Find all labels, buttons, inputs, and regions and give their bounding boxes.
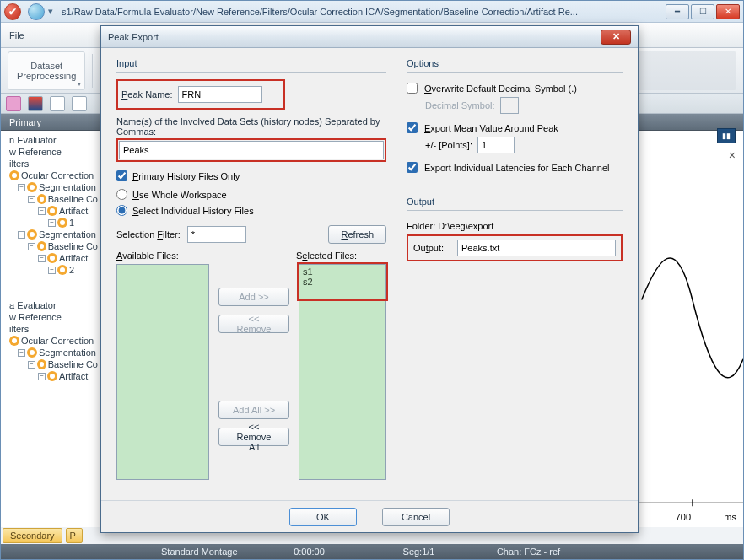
tool-icon-2[interactable] bbox=[28, 96, 43, 111]
gear-icon bbox=[47, 371, 57, 381]
datasets-input[interactable] bbox=[119, 141, 384, 159]
dialog-title: Peak Export bbox=[108, 32, 159, 42]
tree-item: n Evaluator bbox=[3, 134, 98, 146]
close-window-button[interactable]: ✕ bbox=[716, 4, 740, 19]
gear-icon bbox=[47, 206, 57, 216]
collapse-icon[interactable]: − bbox=[18, 184, 25, 191]
available-files-label: Available Files: bbox=[116, 250, 207, 261]
selection-filter-label: Selection Filter: bbox=[116, 229, 181, 240]
collapse-icon[interactable]: − bbox=[48, 219, 56, 227]
export-latencies-label: Export Individual Latencies for Each Cha… bbox=[424, 163, 610, 173]
collapse-icon[interactable]: − bbox=[38, 207, 46, 215]
add-button[interactable]: Add >> bbox=[218, 288, 289, 306]
breadcrumb-path: s1/Raw Data/Formula Evaluator/New Refere… bbox=[62, 7, 666, 17]
tree-item: −Segmentation bbox=[3, 229, 98, 240]
globe-icon[interactable] bbox=[28, 3, 45, 20]
remove-all-button[interactable]: << Remove All bbox=[218, 428, 289, 446]
options-group-label: Options bbox=[407, 58, 623, 68]
ribbon-separator bbox=[92, 54, 93, 88]
export-mean-checkbox[interactable] bbox=[407, 122, 418, 133]
back-nav-icon[interactable]: ✔ bbox=[4, 3, 21, 20]
tree-item: Ocular Correction bbox=[3, 170, 98, 181]
pause-icon[interactable]: ▮▮ bbox=[717, 128, 736, 143]
refresh-button[interactable]: Refresh bbox=[328, 225, 386, 244]
gear-icon bbox=[37, 194, 46, 204]
dialog-titlebar: Peak Export ✕ bbox=[101, 26, 638, 48]
gear-icon bbox=[27, 229, 37, 240]
ribbon-dataset-preprocessing[interactable]: Dataset Preprocessing ▾ bbox=[8, 51, 85, 90]
tree-item: −2 bbox=[3, 264, 98, 276]
history-tree[interactable]: n Evaluator w Reference ilters Ocular Co… bbox=[1, 131, 100, 527]
tree-item: −Baseline Co bbox=[3, 193, 98, 205]
dialog-footer: OK Cancel bbox=[101, 500, 638, 532]
panel-close-icon[interactable]: × bbox=[729, 148, 736, 162]
collapse-icon[interactable]: − bbox=[18, 349, 25, 357]
gear-icon bbox=[27, 182, 37, 192]
tab-p[interactable]: P bbox=[66, 528, 83, 543]
points-input[interactable] bbox=[477, 137, 515, 153]
select-individual-label: Select Individual History Files bbox=[132, 206, 254, 216]
tree-item: −Artifact bbox=[3, 205, 98, 217]
nav-caret-icon[interactable]: ▾ bbox=[46, 6, 55, 17]
datasets-label: Name(s) of the Involved Data Sets (histo… bbox=[116, 116, 386, 137]
gear-icon bbox=[27, 347, 37, 358]
available-files-list[interactable] bbox=[116, 264, 209, 480]
tree-item: −Baseline Co bbox=[3, 240, 98, 252]
output-filename-input[interactable] bbox=[457, 240, 616, 256]
maximize-button[interactable]: ☐ bbox=[691, 4, 714, 19]
gear-icon bbox=[47, 253, 57, 263]
ok-button[interactable]: OK bbox=[289, 508, 357, 526]
selection-filter-input[interactable] bbox=[187, 226, 246, 243]
minimize-button[interactable]: ━ bbox=[666, 4, 689, 19]
select-individual-radio[interactable] bbox=[116, 205, 127, 216]
folder-label: Folder: D:\eeg\export bbox=[407, 221, 493, 231]
dialog-close-button[interactable]: ✕ bbox=[601, 30, 631, 45]
tab-secondary[interactable]: Secondary bbox=[3, 528, 62, 543]
secondary-tabs: Secondary P bbox=[3, 527, 83, 544]
tool-magnifier-icon[interactable] bbox=[50, 96, 65, 111]
gear-icon bbox=[57, 265, 67, 275]
collapse-icon[interactable]: − bbox=[38, 373, 46, 380]
cancel-button[interactable]: Cancel bbox=[382, 508, 450, 526]
overwrite-decimal-checkbox[interactable] bbox=[407, 83, 418, 94]
peak-name-input[interactable] bbox=[178, 86, 262, 103]
main-titlebar: ✔ ▾ s1/Raw Data/Formula Evaluator/New Re… bbox=[1, 1, 743, 23]
x-tick-label: 700 bbox=[676, 512, 691, 522]
peak-export-dialog: Peak Export ✕ Input Peak Name: Name(s) o… bbox=[100, 25, 639, 533]
tree-item: −Segmentation bbox=[3, 347, 98, 358]
collapse-icon[interactable]: − bbox=[18, 231, 25, 239]
tree-item: w Reference bbox=[3, 311, 98, 323]
menu-file[interactable]: File bbox=[9, 30, 24, 40]
remove-button[interactable]: << Remove bbox=[218, 315, 289, 333]
tree-item: ilters bbox=[3, 323, 98, 335]
collapse-icon[interactable]: − bbox=[28, 361, 35, 369]
status-segment: Seg:1/1 bbox=[381, 547, 457, 557]
points-label: +/- [Points]: bbox=[425, 140, 472, 150]
use-whole-workspace-radio[interactable] bbox=[116, 189, 127, 200]
export-latencies-checkbox[interactable] bbox=[407, 162, 418, 173]
use-whole-label: Use Whole Workspace bbox=[132, 190, 227, 200]
ribbon-dataset-label: Dataset Preprocessing bbox=[17, 61, 76, 81]
tree-item: a Evaluator bbox=[3, 299, 98, 311]
add-all-button[interactable]: Add All >> bbox=[218, 401, 289, 419]
decimal-symbol-label: Decimal Symbol: bbox=[425, 100, 495, 110]
tool-icon-1[interactable] bbox=[6, 96, 21, 111]
gear-icon bbox=[9, 336, 19, 346]
selected-files-list[interactable]: s1 s2 bbox=[299, 264, 386, 480]
collapse-icon[interactable]: − bbox=[28, 196, 35, 203]
export-mean-label: Export Mean Value Around Peak bbox=[424, 123, 558, 133]
list-item[interactable]: s2 bbox=[301, 277, 384, 287]
status-time: 0:00:00 bbox=[272, 547, 348, 557]
primary-only-checkbox[interactable] bbox=[116, 170, 127, 181]
gear-icon bbox=[37, 359, 46, 369]
tool-icon-4[interactable] bbox=[72, 96, 87, 111]
collapse-icon[interactable]: − bbox=[48, 267, 56, 274]
peak-name-highlight: Peak Name: bbox=[116, 79, 285, 110]
list-item[interactable]: s1 bbox=[301, 267, 384, 277]
collapse-icon[interactable]: − bbox=[28, 243, 35, 250]
overwrite-decimal-label: Overwrite Default Decimal Symbol (.) bbox=[424, 83, 577, 94]
output-label: Output: bbox=[413, 243, 449, 253]
output-group-label: Output bbox=[407, 197, 623, 207]
collapse-icon[interactable]: − bbox=[38, 255, 46, 262]
peak-name-label: Peak Name: bbox=[121, 89, 173, 100]
